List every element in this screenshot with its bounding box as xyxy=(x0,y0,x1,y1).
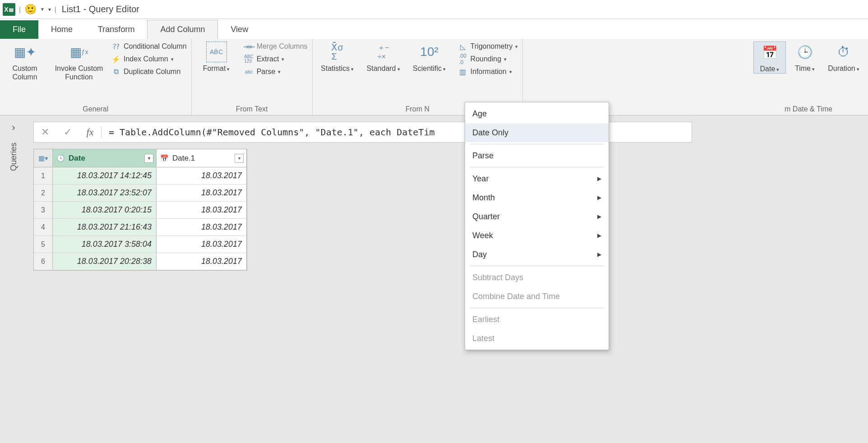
date-button[interactable]: 📅 Date xyxy=(753,42,786,74)
cell-date[interactable]: 18.03.2017 21:16:43 xyxy=(53,219,157,236)
table-row[interactable]: 118.03.2017 14:12:4518.03.2017 xyxy=(34,167,247,185)
title-bar: X≣ | 🙂 ▼ ▾ | List1 - Query Editor xyxy=(0,0,868,19)
extract-icon: ABC123 xyxy=(244,54,254,64)
formula-fx-icon[interactable]: fx xyxy=(79,126,102,138)
row-number[interactable]: 6 xyxy=(34,253,53,270)
row-number[interactable]: 4 xyxy=(34,219,53,236)
cell-date1[interactable]: 18.03.2017 xyxy=(157,167,247,185)
menu-subtract-days: Subtract Days xyxy=(465,268,609,271)
time-label: Time xyxy=(795,64,815,73)
merge-columns-label: Merge Columns xyxy=(257,42,308,51)
separator: | xyxy=(55,5,56,13)
table-row[interactable]: 618.03.2017 20:28:3818.03.2017 xyxy=(34,253,247,270)
tab-view[interactable]: View xyxy=(218,20,261,39)
menu-quarter[interactable]: Quarter xyxy=(465,207,609,226)
tab-add-column[interactable]: Add Column xyxy=(147,20,218,39)
index-column-icon: ⚡ xyxy=(111,54,121,64)
duplicate-column-icon: ⧉ xyxy=(111,67,121,77)
menu-week-label: Week xyxy=(472,231,493,240)
menu-separator xyxy=(470,167,604,167)
column-filter-icon[interactable]: ▾ xyxy=(144,154,153,163)
cell-date1[interactable]: 18.03.2017 xyxy=(157,219,247,236)
sidebar-expand-icon[interactable]: › xyxy=(12,122,15,134)
conditional-column-label: Conditional Column xyxy=(124,42,187,51)
formula-cancel-icon[interactable]: ✕ xyxy=(34,126,56,138)
trigonometry-icon: ◺ xyxy=(458,42,468,51)
ribbon-group-general: ▦✦ Custom Column ▦ƒx Invoke Custom Funct… xyxy=(0,39,192,115)
date-dropdown-menu: Age Date Only Parse Year Month Quarter W… xyxy=(465,102,609,271)
time-button[interactable]: 🕒 Time xyxy=(790,42,820,74)
ribbon-group-from-text: AḂC Format ⇥⇤ Merge Columns ABC123 Extra… xyxy=(192,39,313,115)
formula-accept-icon[interactable]: ✓ xyxy=(56,126,79,138)
row-number[interactable]: 2 xyxy=(34,185,53,202)
duration-label: Duration xyxy=(828,64,859,73)
qat-dropdown-icon[interactable]: ▼ xyxy=(40,7,45,12)
menu-day[interactable]: Day xyxy=(465,245,609,264)
menu-day-label: Day xyxy=(472,250,487,259)
qat-customize-icon[interactable]: ▾ xyxy=(48,6,51,13)
duplicate-column-button[interactable]: ⧉ Duplicate Column xyxy=(111,67,187,77)
cell-date[interactable]: 18.03.2017 23:52:07 xyxy=(53,185,157,202)
cell-date[interactable]: 18.03.2017 14:12:45 xyxy=(53,167,157,185)
separator: | xyxy=(19,5,21,13)
row-number[interactable]: 5 xyxy=(34,236,53,253)
cell-date1[interactable]: 18.03.2017 xyxy=(157,185,247,202)
menu-year-label: Year xyxy=(472,174,489,184)
menu-parse[interactable]: Parse xyxy=(465,146,609,165)
cell-date1[interactable]: 18.03.2017 xyxy=(157,253,247,270)
rounding-label: Rounding xyxy=(471,55,502,63)
menu-separator xyxy=(470,144,604,144)
table-row[interactable]: 218.03.2017 23:52:0718.03.2017 xyxy=(34,185,247,202)
menu-separator xyxy=(470,266,604,266)
scientific-icon: 10² xyxy=(419,42,440,62)
conditional-column-button[interactable]: ⁇ Conditional Column xyxy=(111,42,187,51)
menu-month[interactable]: Month xyxy=(465,188,609,207)
menu-year[interactable]: Year xyxy=(465,169,609,188)
cell-date[interactable]: 18.03.2017 3:58:04 xyxy=(53,236,157,253)
table-row[interactable]: 418.03.2017 21:16:4318.03.2017 xyxy=(34,219,247,236)
statistics-button: X̄σΣ Statistics xyxy=(317,42,358,73)
tab-file[interactable]: File xyxy=(0,20,38,39)
row-number[interactable]: 1 xyxy=(34,167,53,185)
cell-date1[interactable]: 18.03.2017 xyxy=(157,236,247,253)
conditional-column-icon: ⁇ xyxy=(111,42,121,51)
column-filter-icon[interactable]: ▾ xyxy=(235,154,244,163)
column-header-date1[interactable]: 📅 Date.1 ▾ xyxy=(157,149,247,167)
statistics-label: Statistics xyxy=(321,64,354,73)
table-row[interactable]: 518.03.2017 3:58:0418.03.2017 xyxy=(34,236,247,253)
cell-date[interactable]: 18.03.2017 0:20:15 xyxy=(53,202,157,219)
menu-week[interactable]: Week xyxy=(465,226,609,245)
datetime-type-icon: 🕓 xyxy=(56,154,65,162)
menu-quarter-label: Quarter xyxy=(472,212,500,222)
custom-column-label: Custom Column xyxy=(12,64,37,81)
data-grid: ▦▾ 🕓 Date ▾ 📅 Date.1 ▾ 118.03.2017 14:12… xyxy=(33,149,247,271)
tab-transform[interactable]: Transform xyxy=(85,20,147,39)
custom-column-button[interactable]: ▦✦ Custom Column xyxy=(5,42,45,81)
table-row[interactable]: 318.03.2017 0:20:1518.03.2017 xyxy=(34,202,247,219)
format-button[interactable]: AḂC Format xyxy=(196,42,237,77)
date-label: Date xyxy=(760,65,780,73)
tab-home[interactable]: Home xyxy=(38,20,85,39)
format-icon: AḂC xyxy=(206,42,227,62)
extract-button[interactable]: ABC123 Extract xyxy=(244,54,308,64)
row-number[interactable]: 3 xyxy=(34,202,53,219)
duration-button: ⏱ Duration xyxy=(824,42,863,74)
menu-date-only[interactable]: Date Only xyxy=(465,123,609,142)
cell-date1[interactable]: 18.03.2017 xyxy=(157,202,247,219)
cell-date[interactable]: 18.03.2017 20:28:38 xyxy=(53,253,157,270)
column-header-date[interactable]: 🕓 Date ▾ xyxy=(53,149,157,167)
column-header-date1-label: Date.1 xyxy=(172,154,195,163)
parse-button[interactable]: abc Parse xyxy=(244,67,308,77)
index-column-button[interactable]: ⚡ Index Column xyxy=(111,54,187,64)
grid-corner[interactable]: ▦▾ xyxy=(34,149,53,167)
custom-column-icon: ▦✦ xyxy=(14,42,35,62)
date-icon: 📅 xyxy=(759,42,780,63)
formula-text[interactable]: = Table.AddColumn(#"Removed Columns", "D… xyxy=(102,127,442,138)
information-label: Information xyxy=(471,68,507,76)
information-button: ▥ Information xyxy=(458,67,518,77)
menu-age[interactable]: Age xyxy=(465,104,609,123)
grid-body: 118.03.2017 14:12:4518.03.2017218.03.201… xyxy=(34,167,247,270)
invoke-custom-function-button[interactable]: ▦ƒx Invoke Custom Function xyxy=(50,42,108,81)
trigonometry-label: Trigonometry xyxy=(471,42,513,51)
smiley-icon[interactable]: 🙂 xyxy=(24,4,37,15)
